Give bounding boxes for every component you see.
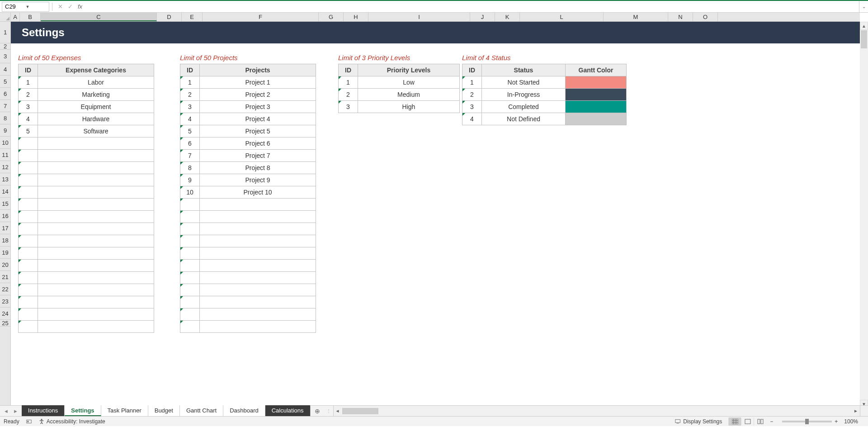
cell-id[interactable]: 1 (462, 76, 482, 89)
table-row[interactable] (19, 321, 154, 333)
table-row[interactable] (19, 199, 154, 211)
cell-value[interactable] (200, 260, 316, 272)
zoom-out-button[interactable]: − (770, 418, 773, 425)
horizontal-scrollbar[interactable]: ◄ ► (333, 406, 860, 416)
table-row[interactable]: 8Project 8 (180, 162, 316, 174)
table-row[interactable] (19, 137, 154, 150)
cell-value[interactable]: Project 2 (200, 89, 316, 101)
sheet-tab-settings[interactable]: Settings (65, 405, 101, 416)
table-row[interactable]: 3Equipment (19, 101, 154, 113)
cell-id[interactable] (19, 150, 38, 162)
cell-value[interactable] (38, 211, 154, 223)
cell-id[interactable] (19, 186, 38, 199)
table-row[interactable] (180, 235, 316, 247)
table-row[interactable] (180, 260, 316, 272)
column-header-A[interactable]: A (11, 13, 20, 21)
table-row[interactable]: 2Project 2 (180, 89, 316, 101)
row-header-20[interactable]: 20 (0, 259, 10, 271)
cell-id[interactable]: 6 (180, 137, 200, 150)
table-row[interactable]: 4Hardware (19, 113, 154, 125)
table-row[interactable] (19, 308, 154, 321)
column-header-O[interactable]: O (693, 13, 718, 21)
cell-id[interactable] (19, 199, 38, 211)
row-header-12[interactable]: 12 (0, 161, 10, 173)
table-row[interactable] (180, 211, 316, 223)
cell-value[interactable]: In-Progress (482, 89, 566, 101)
cell-value[interactable]: Marketing (38, 89, 154, 101)
cell-id[interactable] (180, 260, 200, 272)
table-row[interactable]: 1Not Started (462, 76, 627, 89)
cell-id[interactable]: 8 (180, 162, 200, 174)
row-header-15[interactable]: 15 (0, 198, 10, 210)
cell-value[interactable] (200, 272, 316, 284)
row-header-1[interactable]: 1 (0, 22, 10, 43)
add-sheet-button[interactable]: ⊕ (311, 406, 324, 416)
cell-id[interactable]: 4 (180, 113, 200, 125)
row-header-4[interactable]: 4 (0, 63, 10, 76)
cell-id[interactable] (180, 284, 200, 296)
cells-area[interactable]: Settings Limit of 50 ExpensesIDExpense C… (11, 22, 860, 408)
cell-value[interactable]: Not Defined (482, 113, 566, 125)
cell-value[interactable]: Project 5 (200, 125, 316, 137)
cell-value[interactable]: Equipment (38, 101, 154, 113)
cell-value[interactable]: High (358, 101, 460, 113)
table-row[interactable]: 2In-Progress (462, 89, 627, 101)
cell-value[interactable]: Not Started (482, 76, 566, 89)
column-headers[interactable]: ABCDEFGHIJKLMNO (11, 13, 860, 22)
cell-value[interactable] (38, 150, 154, 162)
cell-id[interactable] (19, 272, 38, 284)
tab-nav[interactable]: ◄ ► (0, 406, 22, 416)
cell-value[interactable]: Hardware (38, 113, 154, 125)
cell-value[interactable]: Project 1 (200, 76, 316, 89)
sheet-tab-instructions[interactable]: Instructions (22, 405, 65, 416)
tabs-resize-handle[interactable]: ⋮ (324, 406, 333, 416)
sheet-tab-gantt-chart[interactable]: Gantt Chart (180, 405, 223, 416)
row-header-9[interactable]: 9 (0, 124, 10, 137)
table-row[interactable]: 2Marketing (19, 89, 154, 101)
cell-id[interactable]: 3 (19, 101, 38, 113)
table-row[interactable] (180, 308, 316, 321)
cell-id[interactable] (19, 247, 38, 260)
cell-id[interactable] (19, 260, 38, 272)
cell-value[interactable] (200, 308, 316, 321)
cell-value[interactable]: Project 7 (200, 150, 316, 162)
cell-value[interactable] (38, 137, 154, 150)
row-header-23[interactable]: 23 (0, 295, 10, 308)
tab-next-icon[interactable]: ► (13, 408, 18, 414)
cell-id[interactable]: 4 (19, 113, 38, 125)
cell-value[interactable] (38, 174, 154, 186)
scroll-right-icon[interactable]: ► (852, 408, 860, 413)
cell-value[interactable]: Project 8 (200, 162, 316, 174)
table-row[interactable] (19, 162, 154, 174)
zoom-in-button[interactable]: + (835, 418, 838, 425)
cell-value[interactable]: Low (358, 76, 460, 89)
accessibility-status[interactable]: Accessibility: Investigate (38, 418, 105, 425)
display-settings-button[interactable]: Display Settings (675, 418, 722, 425)
column-header-H[interactable]: H (344, 13, 368, 21)
row-header-25[interactable]: 25 (0, 320, 10, 327)
cell-id[interactable] (180, 247, 200, 260)
row-header-10[interactable]: 10 (0, 137, 10, 149)
column-header-J[interactable]: J (470, 13, 495, 21)
vertical-scrollbar[interactable]: ▲ ▼ (860, 22, 868, 408)
row-header-13[interactable]: 13 (0, 173, 10, 185)
table-row[interactable] (180, 247, 316, 260)
table-row[interactable]: 4Project 4 (180, 113, 316, 125)
table-row[interactable]: 2Medium (339, 89, 460, 101)
page-layout-view-button[interactable] (741, 417, 754, 426)
cell-id[interactable]: 1 (19, 76, 38, 89)
column-header-C[interactable]: C (41, 13, 157, 21)
cell-id[interactable]: 3 (462, 101, 482, 113)
cell-value[interactable]: Project 6 (200, 137, 316, 150)
table-row[interactable]: 5Project 5 (180, 125, 316, 137)
cell-value[interactable]: Medium (358, 89, 460, 101)
table-row[interactable]: 1Low (339, 76, 460, 89)
cell-value[interactable]: Software (38, 125, 154, 137)
row-headers[interactable]: 1234567891011121314151617181920212223242… (0, 22, 11, 408)
row-header-14[interactable]: 14 (0, 185, 10, 198)
column-header-G[interactable]: G (319, 13, 344, 21)
select-all-cells[interactable] (0, 13, 11, 22)
cell-value[interactable]: Completed (482, 101, 566, 113)
cell-value[interactable]: Project 4 (200, 113, 316, 125)
cell-id[interactable]: 3 (180, 101, 200, 113)
